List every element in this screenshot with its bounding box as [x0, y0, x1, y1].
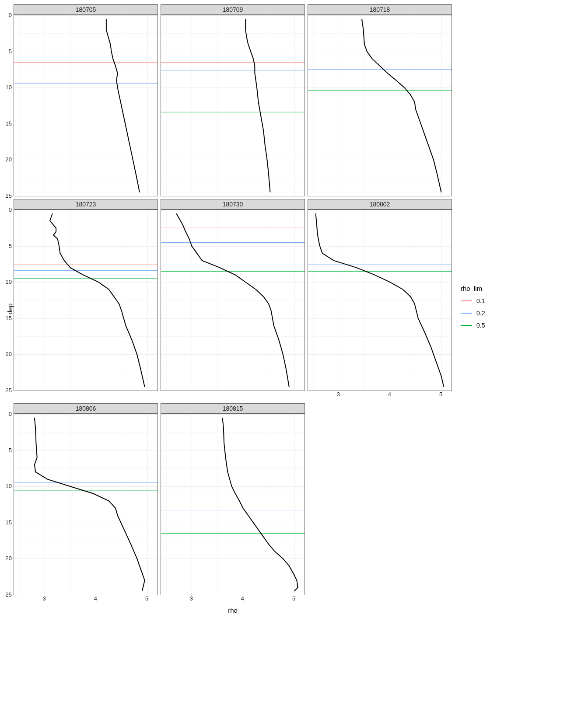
legend-title: rho_lim: [461, 285, 485, 292]
facet-strip: 180815: [161, 403, 305, 414]
facet-strip: 180802: [308, 199, 452, 209]
legend-swatch: [461, 300, 472, 301]
plot-area: [308, 209, 452, 391]
plot-area: [161, 414, 305, 595]
plot-area: [161, 209, 305, 391]
x-ticks: 345: [308, 391, 452, 401]
x-ticks: 345: [161, 595, 305, 605]
plot-area: [14, 414, 158, 595]
legend-label: 0.1: [476, 297, 485, 304]
legend-label: 0.5: [476, 322, 485, 329]
facet-panel: 180709: [161, 4, 305, 196]
x-ticks: 345: [14, 595, 158, 605]
legend-item: 0.1: [461, 297, 485, 304]
plot-area: [14, 15, 158, 196]
facet-panel: 1807050510152025: [14, 4, 158, 196]
legend-swatch: [461, 313, 472, 314]
legend: rho_lim 0.10.20.5: [452, 285, 485, 334]
legend-item: 0.2: [461, 310, 485, 317]
facet-strip: 180730: [161, 199, 305, 209]
y-ticks: 0510152025: [0, 209, 13, 391]
figure: dep 180705051015202518070918071818072305…: [4, 4, 584, 614]
facet-panel: 180815345: [161, 403, 305, 605]
facet-grid: 1807050510152025180709180718180723051015…: [14, 4, 452, 605]
facet-panel: 180730: [161, 199, 305, 401]
facet-strip: 180718: [308, 4, 452, 15]
y-ticks: 0510152025: [0, 15, 13, 196]
facet-strip: 180723: [14, 199, 158, 209]
x-axis-label: rho: [14, 605, 452, 614]
facet-panel: 180718: [308, 4, 452, 196]
facet-panel: 180802345: [308, 199, 452, 401]
facet-panel: 1807230510152025: [14, 199, 158, 401]
facet-strip: 180709: [161, 4, 305, 15]
facet-strip: 180806: [14, 403, 158, 414]
legend-swatch: [461, 325, 472, 326]
plot-area: [308, 15, 452, 196]
plot-area: [161, 15, 305, 196]
plot-area: [14, 209, 158, 391]
facet-strip: 180705: [14, 4, 158, 15]
legend-item: 0.5: [461, 322, 485, 329]
facet-panel: 1808060510152025345: [14, 403, 158, 605]
legend-label: 0.2: [476, 310, 485, 317]
y-ticks: 0510152025: [0, 414, 13, 595]
